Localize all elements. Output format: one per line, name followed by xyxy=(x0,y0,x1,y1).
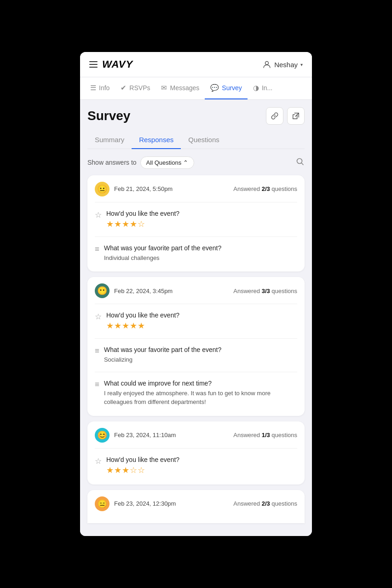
question-row: ≡ What was your favorite part of the eve… xyxy=(95,242,297,265)
answered-count: Answered 3/3 questions xyxy=(233,288,297,294)
header: WAVY Neshay ▾ xyxy=(80,52,312,77)
nav-tab-messages[interactable]: ✉ Messages xyxy=(156,77,205,99)
survey-tab-icon: 💬 xyxy=(210,84,219,92)
sub-tab-summary[interactable]: Summary xyxy=(87,132,132,149)
card-header: 😑 Feb 23, 2024, 12:30pm Answered 2/3 que… xyxy=(95,496,297,511)
page-title-row: Survey xyxy=(87,107,305,125)
question-text: What could we improve for next time? xyxy=(104,380,297,387)
star-icon: ☆ xyxy=(95,312,102,322)
user-icon xyxy=(262,60,271,69)
question-row: ☆ How'd you like the event? ★★★★★ xyxy=(95,309,297,334)
card-header-left: 😊 Feb 23, 2024, 11:10am xyxy=(95,428,176,443)
filter-row-left: Show answers to All Questions ⌃ xyxy=(87,156,194,169)
page-title: Survey xyxy=(87,109,130,123)
question-answer: I really enjoyed the atmosphere. It was … xyxy=(104,389,297,407)
question-row: ≡ What was your favorite part of the eve… xyxy=(95,343,297,367)
insights-tab-icon: ◑ xyxy=(253,84,259,92)
rsvps-tab-icon: ✔ xyxy=(121,84,127,92)
question-content: How'd you like the event? ★★★☆☆ xyxy=(106,456,297,475)
messages-tab-icon: ✉ xyxy=(161,84,167,92)
star-rating: ★★★☆☆ xyxy=(106,465,297,475)
search-button[interactable] xyxy=(295,157,305,168)
question-content: How'd you like the event? ★★★★★ xyxy=(106,311,297,331)
header-left: WAVY xyxy=(89,58,133,70)
question-answer: Socializing xyxy=(104,355,297,364)
nav-tab-rsvps-label: RSVPs xyxy=(129,84,150,92)
question-content: What was your favorite part of the event… xyxy=(104,346,297,364)
avatar: 😑 xyxy=(95,496,110,511)
nav-tab-survey-label: Survey xyxy=(222,84,242,92)
question-content: How'd you like the event? ★★★★☆ xyxy=(106,210,297,229)
question-answer: Individual challenges xyxy=(104,254,297,263)
card-header: 😶 Feb 22, 2024, 3:45pm Answered 3/3 ques… xyxy=(95,283,297,298)
response-card: 😑 Feb 23, 2024, 12:30pm Answered 2/3 que… xyxy=(87,490,305,523)
avatar: 😶 xyxy=(95,283,110,298)
question-row: ☆ How'd you like the event? ★★★☆☆ xyxy=(95,453,297,478)
star-icon: ☆ xyxy=(95,210,102,220)
sub-tab-questions[interactable]: Questions xyxy=(181,132,227,149)
response-date: Feb 21, 2024, 5:50pm xyxy=(114,185,173,192)
avatar: 😐 xyxy=(95,182,110,196)
username: Neshay xyxy=(274,61,298,69)
card-header-left: 😶 Feb 22, 2024, 3:45pm xyxy=(95,283,173,298)
question-text: How'd you like the event? xyxy=(106,210,297,217)
response-date: Feb 23, 2024, 11:10am xyxy=(114,432,176,438)
filter-row: Show answers to All Questions ⌃ xyxy=(87,156,305,169)
main-content: Survey Summary xyxy=(80,100,312,536)
question-text: What was your favorite part of the event… xyxy=(104,244,297,252)
share-icon xyxy=(292,112,300,120)
nav-tab-info[interactable]: ☰ Info xyxy=(85,77,115,99)
question-content: What was your favorite part of the event… xyxy=(104,244,297,263)
star-icon: ☆ xyxy=(95,456,102,466)
link-icon xyxy=(271,112,279,120)
svg-point-1 xyxy=(297,158,302,163)
nav-tab-info-label: Info xyxy=(99,84,110,92)
response-date: Feb 23, 2024, 12:30pm xyxy=(114,500,176,507)
card-header-left: 😑 Feb 23, 2024, 12:30pm xyxy=(95,496,176,511)
nav-tabs: ☰ Info ✔ RSVPs ✉ Messages 💬 Survey ◑ In.… xyxy=(80,77,312,100)
list-icon: ≡ xyxy=(95,346,99,356)
card-header: 😐 Feb 21, 2024, 5:50pm Answered 2/3 ques… xyxy=(95,182,297,196)
filter-label: Show answers to xyxy=(87,159,137,166)
question-row: ≡ What could we improve for next time? I… xyxy=(95,377,297,409)
user-menu[interactable]: Neshay ▾ xyxy=(262,60,303,69)
title-actions xyxy=(266,107,305,125)
share-button[interactable] xyxy=(287,107,305,125)
link-button[interactable] xyxy=(266,107,283,125)
filter-selected-value: All Questions xyxy=(146,159,182,166)
answered-count: Answered 1/3 questions xyxy=(233,432,297,438)
card-header: 😊 Feb 23, 2024, 11:10am Answered 1/3 que… xyxy=(95,428,297,443)
nav-tab-survey[interactable]: 💬 Survey xyxy=(205,77,248,99)
response-card: 😊 Feb 23, 2024, 11:10am Answered 1/3 que… xyxy=(87,421,305,484)
answered-count: Answered 2/3 questions xyxy=(233,500,297,507)
card-header-left: 😐 Feb 21, 2024, 5:50pm xyxy=(95,182,173,196)
star-rating: ★★★★★ xyxy=(106,321,297,331)
search-icon xyxy=(295,157,305,166)
question-text: How'd you like the event? xyxy=(106,311,297,319)
question-text: How'd you like the event? xyxy=(106,456,297,463)
response-card: 😐 Feb 21, 2024, 5:50pm Answered 2/3 ques… xyxy=(87,175,305,272)
question-content: What could we improve for next time? I r… xyxy=(104,380,297,407)
response-card: 😶 Feb 22, 2024, 3:45pm Answered 3/3 ques… xyxy=(87,277,305,416)
nav-tab-insights[interactable]: ◑ In... xyxy=(248,77,278,99)
question-text: What was your favorite part of the event… xyxy=(104,346,297,353)
answered-count: Answered 2/3 questions xyxy=(233,185,297,192)
chevron-down-icon: ▾ xyxy=(300,62,303,67)
nav-tab-rsvps[interactable]: ✔ RSVPs xyxy=(115,77,156,99)
sub-tabs: Summary Responses Questions xyxy=(87,132,305,149)
phone-frame: WAVY Neshay ▾ ☰ Info ✔ RSVPs ✉ Messages … xyxy=(80,52,312,536)
nav-tab-messages-label: Messages xyxy=(170,84,199,92)
sub-tab-responses[interactable]: Responses xyxy=(132,132,181,149)
list-icon: ≡ xyxy=(95,245,99,254)
star-rating: ★★★★☆ xyxy=(106,219,297,229)
response-date: Feb 22, 2024, 3:45pm xyxy=(114,288,173,294)
info-tab-icon: ☰ xyxy=(90,84,96,92)
avatar: 😊 xyxy=(95,428,110,443)
question-row: ☆ How'd you like the event? ★★★★☆ xyxy=(95,207,297,232)
svg-point-0 xyxy=(265,62,269,65)
nav-tab-insights-label: In... xyxy=(262,84,272,92)
hamburger-icon[interactable] xyxy=(89,61,98,68)
filter-chevron-icon: ⌃ xyxy=(183,159,188,166)
text-icon: ≡ xyxy=(95,380,99,389)
filter-select[interactable]: All Questions ⌃ xyxy=(140,156,195,169)
